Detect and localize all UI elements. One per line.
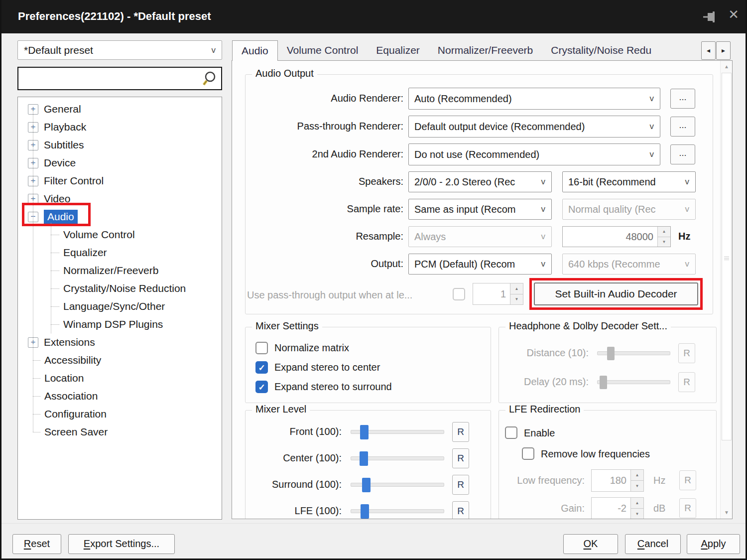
spinner-up-icon[interactable]: ▲ [631, 470, 643, 481]
tree-item-normalizer-freeverb[interactable]: Normalizer/Freeverb [18, 262, 222, 280]
tree-item-screen-saver[interactable]: Screen Saver [18, 423, 222, 441]
spinner-down-icon[interactable]: ▼ [631, 509, 643, 519]
export-settings-button[interactable]: Export Settings... [68, 534, 175, 554]
tab-scroll-right-icon[interactable]: ▸ [716, 41, 731, 60]
output-format-combobox[interactable]: PCM (Default) (Recom v [408, 254, 552, 275]
scrollbar-thumb[interactable] [722, 73, 732, 440]
scrollbar-vertical[interactable]: ▲ ▼ [720, 61, 732, 519]
gain-spinner[interactable]: -2 ▲ ▼ [591, 497, 644, 519]
tree-item-playback[interactable]: +Playback [18, 118, 222, 136]
lfe-100-reset-button[interactable]: R [452, 501, 469, 519]
tree-item-accessibility[interactable]: Accessibility [18, 351, 222, 369]
checkbox-normalize-matrix[interactable] [255, 342, 268, 354]
low-frequency-spinner[interactable]: 180 ▲ ▼ [591, 469, 644, 492]
tree-item-language-sync-other[interactable]: Language/Sync/Other [18, 297, 222, 315]
scrollbar-down-icon[interactable]: ▼ [721, 507, 732, 518]
search-box[interactable] [17, 67, 222, 90]
ok-button[interactable]: OK [563, 534, 618, 554]
slider-thumb[interactable] [600, 376, 607, 389]
combo-value: PCM (Default) (Recom [414, 259, 535, 270]
slider-thumb[interactable] [607, 347, 615, 360]
distance-10-reset-button[interactable]: R [678, 343, 695, 363]
slider-thumb[interactable] [362, 478, 371, 492]
audio-renderer-more-button[interactable]: ... [670, 89, 695, 109]
chevron-down-icon: v [541, 232, 546, 242]
resample-frequency-spinner[interactable]: 48000 ▲ ▼ [562, 226, 671, 247]
set-builtin-audio-decoder-button[interactable]: Set Built-in Audio Decoder [534, 282, 698, 305]
preset-combobox[interactable]: *Default preset v [17, 40, 222, 60]
distance-10-slider-track[interactable] [597, 351, 670, 355]
speakers-combobox[interactable]: 2/0/0 - 2.0 Stereo (Rec v [408, 171, 552, 192]
tree-item-volume-control[interactable]: Volume Control [18, 226, 222, 244]
close-icon[interactable]: ✕ [728, 7, 739, 22]
spinner-value: -2 [592, 503, 630, 514]
cancel-button[interactable]: Cancel [625, 534, 681, 554]
lfe-100-slider-track[interactable] [351, 509, 444, 513]
spinner-down-icon[interactable]: ▼ [631, 481, 643, 491]
tree-item-filter-control[interactable]: +Filter Control [18, 172, 222, 190]
pin-icon[interactable] [702, 10, 717, 24]
tree-item-extensions[interactable]: +Extensions [18, 333, 222, 351]
search-input[interactable] [18, 68, 221, 89]
window-title: Preferences(221102) - *Default preset [18, 10, 211, 23]
tab-volume-control[interactable]: Volume Control [278, 40, 368, 60]
passthrough-renderer-combobox[interactable]: Default output device (Recommended) v [408, 116, 660, 138]
slider-thumb[interactable] [361, 504, 369, 519]
tree-item-location[interactable]: Location [18, 369, 222, 387]
tab-equalizer[interactable]: Equalizer [367, 40, 429, 60]
speakers-bit-depth-combobox[interactable]: 16-bit (Recommend v [562, 171, 696, 192]
front-100-reset-button[interactable]: R [452, 422, 469, 442]
combo-value: 16-bit (Recommend [568, 176, 679, 188]
audio-renderer-combobox[interactable]: Auto (Recommended) v [408, 88, 660, 110]
tree-item-winamp-dsp-plugins[interactable]: Winamp DSP Plugins [18, 315, 222, 333]
tab-scroll-left-icon[interactable]: ◂ [701, 41, 716, 60]
surround-100-reset-button[interactable]: R [452, 475, 469, 495]
tree-item-equalizer[interactable]: Equalizer [18, 244, 222, 262]
gain-reset-button[interactable]: R [679, 498, 696, 518]
second-renderer-combobox[interactable]: Do not use (Recommended) v [408, 143, 660, 165]
scrollbar-up-icon[interactable]: ▲ [721, 61, 732, 72]
tab-crystality-noise-reduction[interactable]: Crystality/Noise Redu [542, 40, 660, 60]
tree-item-video[interactable]: +Video [18, 190, 222, 208]
spinner-up-icon[interactable]: ▲ [658, 227, 670, 237]
checkbox-expand-stereo-to-center[interactable]: ✓ [255, 361, 268, 374]
center-100-reset-button[interactable]: R [452, 448, 469, 468]
tree-item-crystality-noise-reduction[interactable]: Crystality/Noise Reduction [18, 280, 222, 297]
sample-rate-combobox[interactable]: Same as input (Recom v [408, 199, 552, 220]
spinner-up-icon[interactable]: ▲ [510, 283, 523, 294]
passthrough-min-spinner[interactable]: 1 ▲ ▼ [473, 283, 523, 305]
tree-item-label: Association [44, 390, 98, 402]
tree-item-association[interactable]: Association [18, 387, 222, 405]
checkbox-expand-stereo-to-surround[interactable]: ✓ [255, 381, 268, 393]
center-100-slider-track[interactable] [351, 456, 444, 460]
second-renderer-more-button[interactable]: ... [670, 144, 695, 164]
spinner-down-icon[interactable]: ▼ [658, 237, 670, 247]
passthrough-renderer-more-button[interactable]: ... [670, 117, 695, 137]
lfe-remove-low-label: Remove low frequencies [541, 448, 650, 460]
tree-item-audio[interactable]: −Audio [18, 208, 222, 226]
spinner-value: 1 [473, 288, 510, 300]
delay-20-ms-slider-track[interactable] [597, 380, 670, 384]
tab-audio[interactable]: Audio [232, 40, 278, 61]
reset-button[interactable]: Reset [12, 534, 61, 554]
spinner-up-icon[interactable]: ▲ [631, 498, 643, 509]
surround-100-slider-track[interactable] [351, 483, 444, 487]
tree-branch-line [33, 432, 40, 432]
passthrough-min-checkbox[interactable] [453, 288, 465, 300]
tree-item-subtitles[interactable]: +Subtitles [18, 136, 222, 154]
tree-item-general[interactable]: +General [18, 100, 222, 118]
slider-thumb[interactable] [360, 425, 369, 439]
tree-item-configuration[interactable]: Configuration [18, 405, 222, 423]
tree-item-device[interactable]: +Device [18, 154, 222, 172]
tab-normalizer-freeverb[interactable]: Normalizer/Freeverb [429, 40, 542, 60]
lfe-remove-low-checkbox[interactable] [522, 447, 534, 460]
low-frequency-unit: Hz [653, 475, 665, 486]
slider-thumb[interactable] [360, 451, 368, 466]
apply-button[interactable]: Apply [687, 534, 740, 554]
front-100-slider-track[interactable] [351, 430, 444, 434]
delay-20-ms-reset-button[interactable]: R [678, 372, 695, 392]
lfe-enable-checkbox[interactable] [505, 426, 517, 439]
low-frequency-reset-button[interactable]: R [679, 470, 696, 490]
group-legend: LFE Redirection [505, 404, 584, 415]
spinner-down-icon[interactable]: ▼ [510, 294, 523, 305]
